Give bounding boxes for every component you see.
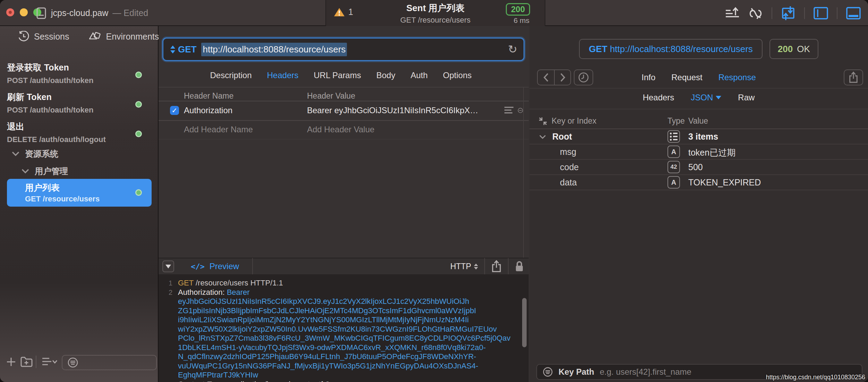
environments-label: Environments: [106, 32, 159, 42]
request-item-user-list-selected[interactable]: 用户列表 GET /resource/users: [7, 179, 152, 207]
column-header-value: Header Value: [307, 91, 355, 101]
filter-icon: [543, 367, 553, 377]
mode-label: HTTP: [450, 262, 471, 271]
sidebar-tabs: Sessions Environments: [18, 26, 159, 47]
divider: [159, 101, 529, 101]
status-dot: [135, 101, 142, 108]
json-label: JSON: [691, 93, 713, 102]
request-url-button[interactable]: GET http://localhost:8088/resource/users: [579, 39, 763, 59]
export-response-button[interactable]: [844, 69, 863, 85]
tab-response-json[interactable]: JSON: [691, 93, 721, 102]
header-name-cell[interactable]: Authorization: [184, 106, 232, 115]
http-preview-code[interactable]: 1GET /resource/users HTTP/1.1 2Authoriza…: [159, 274, 529, 382]
token-line: vuUWquPC1Gry15nNG36PFaNJ_fMjvxBji1yTWIo3…: [178, 362, 478, 371]
request-item-logout[interactable]: 退出 DELETE /auth/oauth/logout: [7, 121, 152, 144]
import-export-icon[interactable]: [781, 6, 796, 21]
sidebar-toolbar: [0, 362, 159, 382]
response-view-tabs: Headers JSON Raw: [529, 93, 868, 102]
key-path-placeholder: e.g. users[42].first_name: [600, 367, 691, 377]
header-enabled-checkbox[interactable]: ✓: [170, 106, 179, 115]
toolbar-separator: [36, 356, 36, 368]
toolbar-icons: [725, 0, 861, 26]
add-folder-icon[interactable]: [20, 356, 33, 367]
collapse-preview-button[interactable]: [162, 260, 174, 272]
tree-row-root[interactable]: Root 3 items: [529, 129, 868, 144]
status-text: OK: [797, 44, 810, 55]
tree-value: TOKEN_EXPIRED: [688, 177, 761, 188]
group-resource-system[interactable]: 资源系统: [12, 148, 58, 159]
request-item-login[interactable]: 登录获取 Token POST /auth/oauth/token: [7, 62, 152, 85]
toolbar-separator: [772, 7, 772, 19]
group-label: 用户管理: [35, 166, 68, 177]
add-header-value-placeholder[interactable]: Add Header Value: [307, 125, 374, 134]
url-input[interactable]: http://localhost:8088/resource/users: [201, 43, 347, 56]
tab-description[interactable]: Description: [210, 70, 252, 80]
request-subtitle: GET /resource/users: [25, 194, 100, 204]
sync-loop-icon[interactable]: [748, 6, 763, 20]
column-header-name: Header Name: [184, 91, 233, 101]
tab-headers[interactable]: Headers: [267, 70, 299, 80]
divider: [159, 120, 529, 121]
remove-header-icon[interactable]: [518, 105, 523, 116]
chevron-down-icon: [12, 151, 19, 156]
watermark: https://blog.csdn.net/qq1010830256: [766, 374, 865, 381]
sessions-tab[interactable]: Sessions: [18, 31, 69, 42]
request-title: 用户列表: [25, 182, 60, 193]
request-item-refresh-token[interactable]: 刷新 Token POST /auth/oauth/token: [7, 91, 152, 115]
add-header-name-placeholder[interactable]: Add Header Name: [184, 125, 253, 134]
string-type-icon: A: [667, 176, 680, 189]
stepper-icon: [474, 264, 478, 269]
tab-response-raw[interactable]: Raw: [738, 93, 755, 102]
edited-label: — Edited: [112, 8, 148, 18]
tab-response[interactable]: Response: [718, 73, 756, 82]
code-line: Content-Type: application/json; charset=…: [178, 380, 330, 382]
tree-row-msg[interactable]: msg A token已过期: [529, 144, 868, 159]
tree-row-code[interactable]: code 42 500: [529, 160, 868, 174]
share-icon[interactable]: [491, 260, 502, 273]
tab-info[interactable]: Info: [641, 73, 655, 82]
sidebar-filter-input[interactable]: [62, 355, 157, 370]
add-request-icon[interactable]: [6, 356, 17, 367]
object-type-icon: [667, 130, 680, 143]
request-subtitle: DELETE /auth/oauth/logout: [7, 135, 152, 144]
divider: [529, 109, 868, 109]
tab-url-params[interactable]: URL Params: [314, 70, 361, 80]
collapse-all-icon[interactable]: [538, 117, 547, 126]
resend-icon[interactable]: ↻: [508, 43, 517, 56]
environments-tab[interactable]: Environments: [89, 31, 159, 42]
group-user-management[interactable]: 用户管理: [22, 166, 68, 177]
tree-header: Key or Index Type Value: [529, 114, 868, 127]
line-number: 1: [159, 279, 178, 288]
minimize-button[interactable]: [20, 8, 28, 16]
tab-request[interactable]: Request: [671, 73, 702, 82]
text-format-icon[interactable]: [504, 106, 514, 115]
code-scrollbar[interactable]: [522, 298, 527, 347]
preview-label[interactable]: Preview: [210, 261, 239, 271]
status-code-badge: 200: [506, 3, 530, 16]
close-button[interactable]: [6, 8, 14, 16]
header-value-cell[interactable]: Bearer eyJhbGciOiJSUzI1NiIsInR5cCI6IkpX…: [307, 106, 502, 115]
method-label[interactable]: GET: [178, 44, 196, 55]
toggle-bottom-panel-icon[interactable]: [846, 7, 861, 20]
response-panel: GET http://localhost:8088/resource/users…: [529, 26, 868, 382]
preview-mode-select[interactable]: HTTP: [450, 262, 478, 271]
line-number: 3: [159, 380, 178, 382]
status-dot: [135, 189, 142, 196]
display-options-icon[interactable]: [42, 357, 58, 367]
tab-auth[interactable]: Auth: [410, 70, 427, 80]
tab-options[interactable]: Options: [443, 70, 472, 80]
tab-response-headers[interactable]: Headers: [643, 93, 674, 102]
tree-row-data[interactable]: data A TOKEN_EXPIRED: [529, 175, 868, 190]
export-list-icon[interactable]: [725, 6, 740, 20]
token-line: PClo_lRnSTXpZ7Cmab3l38vF6RcU_3WmW_MKwbCI…: [178, 334, 511, 343]
token-line: 1DbLKEL4mSH1-yVacubyTQJpjSf3Wx9-odwPXDMA…: [178, 343, 486, 352]
token-line: i9hIiwiL2IiXSwianRpIjoiMmZjN2MyY2YtNGNjY…: [178, 315, 469, 325]
col-key: Key or Index: [552, 116, 596, 126]
tab-body[interactable]: Body: [376, 70, 395, 80]
divider: [508, 258, 509, 275]
url-label: http://localhost:8088/resource/users: [610, 44, 753, 55]
toggle-sidebar-icon[interactable]: [813, 7, 828, 20]
method-stepper-icon[interactable]: [170, 45, 175, 53]
sent-request: GET /resource/users: [326, 16, 545, 25]
url-bar[interactable]: GET http://localhost:8088/resource/users…: [162, 38, 525, 61]
